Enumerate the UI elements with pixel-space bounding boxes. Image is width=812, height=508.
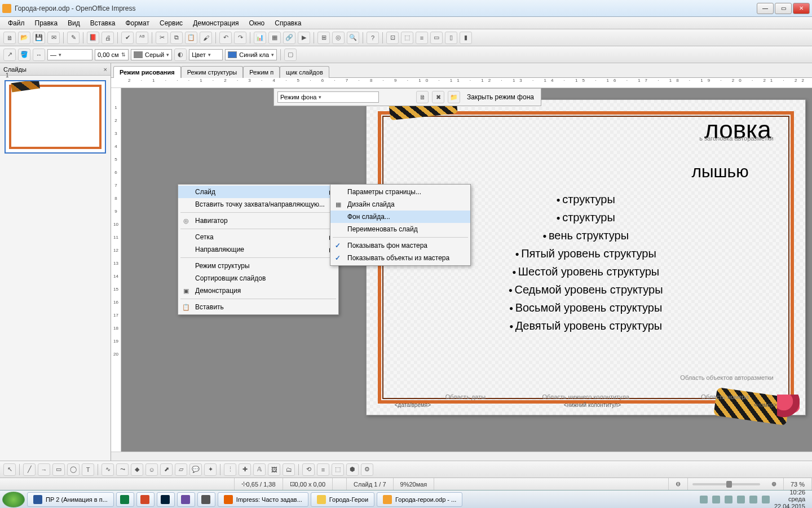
taskbar-item[interactable] — [136, 492, 155, 507]
ctx-guides[interactable]: Направляющие▶ — [178, 243, 338, 256]
tab-notes[interactable]: Режим п — [243, 66, 280, 78]
close-bg-mode-button[interactable]: Закрыть режим фона — [464, 92, 537, 102]
menu-insert[interactable]: Вставка — [86, 18, 120, 28]
cut-icon[interactable]: ✂ — [156, 32, 168, 44]
arrow-tool-icon[interactable]: → — [38, 463, 50, 476]
ellipse-tool-icon[interactable]: ◯ — [67, 463, 80, 476]
open-icon[interactable]: 📂 — [18, 32, 30, 44]
zoom-out-button[interactable]: ⊖ — [669, 478, 688, 490]
paste-icon[interactable]: 📋 — [185, 32, 197, 44]
taskbar-item[interactable]: Impress: Часто задав... — [218, 492, 308, 507]
redo-icon[interactable]: ↷ — [234, 32, 246, 44]
arrange-tool-icon[interactable]: ⬚ — [332, 463, 344, 476]
line-end-icon[interactable]: ↔ — [33, 49, 45, 61]
hyperlink-icon[interactable]: 🔗 — [283, 32, 295, 44]
tab-outline[interactable]: Режим структуры — [181, 66, 244, 78]
glue-points-icon[interactable]: ✚ — [239, 463, 251, 476]
tray-icon[interactable] — [762, 496, 770, 503]
menu-tools[interactable]: Сервис — [155, 18, 187, 28]
print-icon[interactable]: 🖨 — [102, 32, 114, 44]
ctx-slide-design[interactable]: ▦Дизайн слайда — [330, 198, 470, 211]
navigator-icon[interactable]: ◎ — [332, 32, 345, 44]
taskbar-item[interactable]: Города-Герои — [311, 492, 374, 507]
tab-drawing[interactable]: Режим рисования — [113, 66, 181, 78]
zoom-slider[interactable] — [692, 483, 760, 485]
align-icon[interactable]: ≡ — [416, 32, 428, 44]
tray-icon[interactable] — [749, 496, 757, 503]
block-arrows-icon[interactable]: ⬈ — [160, 463, 173, 476]
ctx-slide-sorter[interactable]: Сортировщик слайдов — [178, 272, 338, 284]
minimize-button[interactable]: — — [757, 3, 774, 14]
fill-type-combo[interactable]: Цвет▾ — [189, 49, 223, 60]
taskbar-item[interactable] — [177, 492, 195, 507]
position-icon[interactable]: ⬚ — [401, 32, 413, 44]
area-icon[interactable]: ◐ — [174, 49, 187, 61]
ctx-show-master-objects[interactable]: ✓Показывать объекты из мастера — [330, 252, 470, 264]
close-button[interactable]: ✕ — [793, 3, 810, 14]
spellcheck-icon[interactable]: ✔ — [121, 32, 134, 44]
format-paint-icon[interactable]: 🖌 — [200, 32, 212, 44]
fontwork-icon[interactable]: 𝔸 — [253, 463, 266, 476]
ctx-insert-snap[interactable]: Вставить точку захвата/направляющую... — [178, 198, 338, 211]
text-tool-icon[interactable]: T — [82, 463, 94, 476]
rotate-icon[interactable]: ⟲ — [302, 463, 315, 476]
align-tool-icon[interactable]: ≡ — [317, 463, 329, 476]
gallery-tool-icon[interactable]: 🗂 — [283, 463, 295, 476]
ctx-page-setup[interactable]: Параметры страницы... — [330, 186, 470, 198]
from-file-icon[interactable]: 🖼 — [268, 463, 280, 476]
fill-color-combo[interactable]: Синий кла▾ — [225, 49, 277, 60]
slides-panel-close-icon[interactable]: × — [104, 66, 107, 73]
menu-slideshow[interactable]: Демонстрация — [188, 18, 243, 28]
ctx-show-master-bg[interactable]: ✓Показывать фон мастера — [330, 239, 470, 252]
interaction-icon[interactable]: ⚙ — [361, 463, 373, 476]
shadow-icon[interactable]: ▢ — [284, 49, 297, 61]
line-width-input[interactable]: 0,00 см⇅ — [95, 49, 129, 60]
footer-placeholder[interactable]: <нижний колонтитул> — [564, 402, 621, 408]
ctx-slideshow[interactable]: ▣Демонстрация — [178, 284, 338, 297]
date-placeholder[interactable]: <дата/время> — [395, 402, 431, 408]
pdf-icon[interactable]: 📕 — [87, 32, 99, 44]
flowchart-icon[interactable]: ▱ — [175, 463, 187, 476]
extrusion-icon[interactable]: ⬢ — [346, 463, 359, 476]
line-style-combo[interactable]: —▾ — [47, 49, 92, 60]
select-tool-icon[interactable]: ↖ — [3, 463, 16, 476]
system-clock[interactable]: 10:26 среда 22.04.2015 — [774, 489, 805, 508]
ctx-slide[interactable]: Слайд▶ — [178, 186, 338, 198]
horizontal-scrollbar[interactable] — [111, 452, 812, 461]
slideshow-icon[interactable]: ▶ — [298, 32, 310, 44]
arrow-style-icon[interactable]: ↗ — [3, 49, 16, 61]
ctx-grid[interactable]: Сетка▶ — [178, 231, 338, 243]
ctx-navigator[interactable]: ◎Навигатор — [178, 214, 338, 227]
menu-file[interactable]: Файл — [3, 18, 29, 28]
bg-delete-icon[interactable]: ✖ — [432, 91, 444, 103]
taskbar-item[interactable] — [157, 492, 175, 507]
bg-rename-icon[interactable]: 📁 — [448, 91, 460, 103]
bg-mode-dropdown[interactable]: Режим фона▾ — [277, 91, 379, 103]
ctx-rename-slide[interactable]: Переименовать слайд — [330, 223, 470, 235]
menu-edit[interactable]: Правка — [30, 18, 63, 28]
points-icon[interactable]: ⋮ — [224, 463, 236, 476]
curve-tool-icon[interactable]: ∿ — [102, 463, 114, 476]
slide-canvas[interactable]: Режим фона▾ 🗎 ✖ 📁 Закрыть режим фона лов… — [121, 88, 812, 452]
ctx-outline-view[interactable]: Режим структуры — [178, 260, 338, 272]
start-button[interactable] — [2, 492, 25, 507]
maximize-button[interactable]: ▭ — [775, 3, 792, 14]
tray-icon[interactable] — [712, 496, 720, 503]
save-icon[interactable]: 💾 — [33, 32, 45, 44]
bg-new-icon[interactable]: 🗎 — [416, 91, 429, 103]
copy-icon[interactable]: ⧉ — [170, 32, 183, 44]
help-icon[interactable]: ? — [367, 32, 379, 44]
menu-view[interactable]: Вид — [63, 18, 85, 28]
zoom-icon[interactable]: 🔍 — [347, 32, 359, 44]
ctx-slide-background[interactable]: Фон слайда... — [330, 211, 470, 223]
tray-icon[interactable] — [725, 496, 732, 503]
taskbar-item[interactable] — [116, 492, 134, 507]
callouts-icon[interactable]: 💬 — [189, 463, 202, 476]
connector-tool-icon[interactable]: ⤳ — [116, 463, 129, 476]
taskbar-item[interactable]: ПР 2 (Анимация в п... — [27, 492, 114, 507]
slide-subtitle-placeholder[interactable]: лышью — [691, 162, 748, 181]
menu-format[interactable]: Формат — [121, 18, 154, 28]
tab-sorter[interactable]: щик слайдов — [280, 66, 329, 78]
table-icon[interactable]: ▦ — [268, 32, 281, 44]
slide-thumbnail[interactable] — [5, 80, 106, 154]
